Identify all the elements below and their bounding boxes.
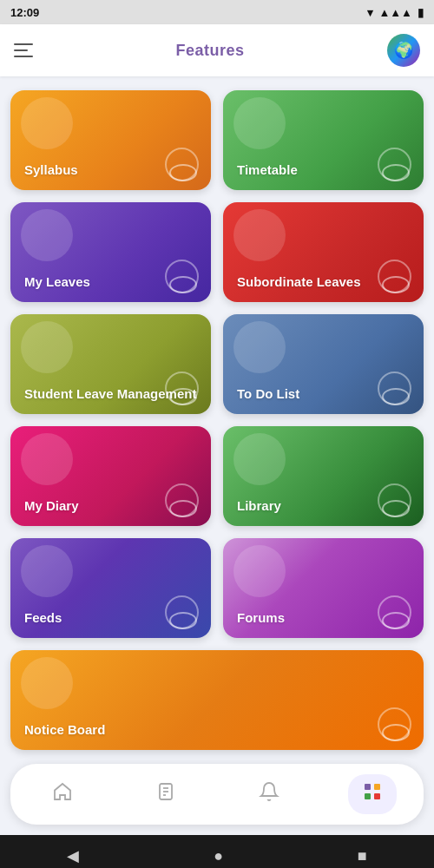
card-oval-noticeboard bbox=[382, 724, 410, 741]
card-label-todolist: To Do List bbox=[237, 386, 299, 402]
back-button[interactable]: ◀ bbox=[67, 846, 79, 865]
card-label-timetable: Timetable bbox=[237, 162, 298, 178]
card-subordinate[interactable]: Subordinate Leaves bbox=[223, 202, 424, 302]
bottom-navigation bbox=[10, 764, 424, 825]
recent-button[interactable]: ■ bbox=[358, 847, 367, 865]
card-oval-subordinate bbox=[382, 276, 410, 293]
card-timetable[interactable]: Timetable bbox=[223, 90, 424, 190]
card-oval-library bbox=[382, 500, 410, 517]
card-label-feeds: Feeds bbox=[24, 610, 62, 626]
svg-rect-4 bbox=[365, 784, 371, 790]
card-label-subordinate: Subordinate Leaves bbox=[237, 274, 361, 290]
header: Features 🌍 bbox=[0, 24, 434, 76]
card-oval-timetable bbox=[382, 164, 410, 181]
svg-rect-5 bbox=[374, 784, 380, 790]
nav-item-assignments[interactable] bbox=[141, 774, 190, 814]
card-label-mydiary: My Diary bbox=[24, 498, 79, 514]
card-forums[interactable]: Forums bbox=[223, 538, 424, 638]
card-syllabus[interactable]: Syllabus bbox=[10, 90, 211, 190]
avatar[interactable]: 🌍 bbox=[387, 34, 420, 67]
card-studentleave[interactable]: Student Leave Management bbox=[10, 314, 211, 414]
card-mydiary[interactable]: My Diary bbox=[10, 426, 211, 526]
assignments-nav-icon bbox=[155, 781, 176, 807]
card-oval-mydiary bbox=[169, 500, 197, 517]
card-label-library: Library bbox=[237, 498, 281, 514]
menu-button[interactable] bbox=[14, 43, 33, 57]
signal-icon: ▲▲▲ bbox=[378, 6, 412, 19]
card-myleaves[interactable]: My Leaves bbox=[10, 202, 211, 302]
card-oval-feeds bbox=[169, 612, 197, 629]
home-nav-icon bbox=[52, 781, 73, 807]
android-navigation: ◀ ● ■ bbox=[0, 835, 434, 868]
page-title: Features bbox=[175, 42, 244, 60]
card-oval-studentleave bbox=[169, 388, 197, 405]
card-oval-forums bbox=[382, 612, 410, 629]
notifications-nav-icon bbox=[259, 781, 279, 807]
wifi-icon: ▾ bbox=[367, 6, 373, 19]
card-oval-syllabus bbox=[169, 164, 197, 181]
card-label-myleaves: My Leaves bbox=[24, 274, 90, 290]
time: 12:09 bbox=[10, 6, 39, 19]
card-noticeboard[interactable]: Notice Board bbox=[10, 650, 424, 750]
status-icons: ▾ ▲▲▲ ▮ bbox=[367, 6, 424, 19]
card-label-forums: Forums bbox=[237, 610, 285, 626]
card-oval-todolist bbox=[382, 388, 410, 405]
status-bar: 12:09 ▾ ▲▲▲ ▮ bbox=[0, 0, 434, 24]
nav-item-notifications[interactable] bbox=[245, 774, 293, 814]
card-label-syllabus: Syllabus bbox=[24, 162, 78, 178]
nav-item-features[interactable] bbox=[348, 774, 397, 814]
card-label-noticeboard: Notice Board bbox=[24, 722, 105, 738]
svg-rect-6 bbox=[365, 793, 371, 799]
svg-rect-7 bbox=[374, 793, 380, 799]
card-oval-myleaves bbox=[169, 276, 197, 293]
card-library[interactable]: Library bbox=[223, 426, 424, 526]
home-button[interactable]: ● bbox=[214, 847, 223, 865]
card-feeds[interactable]: Feeds bbox=[10, 538, 211, 638]
nav-item-home[interactable] bbox=[38, 774, 87, 814]
feature-grid: SyllabusTimetableMy LeavesSubordinate Le… bbox=[0, 76, 434, 764]
features-nav-icon bbox=[362, 781, 383, 807]
card-todolist[interactable]: To Do List bbox=[223, 314, 424, 414]
battery-icon: ▮ bbox=[418, 6, 424, 19]
